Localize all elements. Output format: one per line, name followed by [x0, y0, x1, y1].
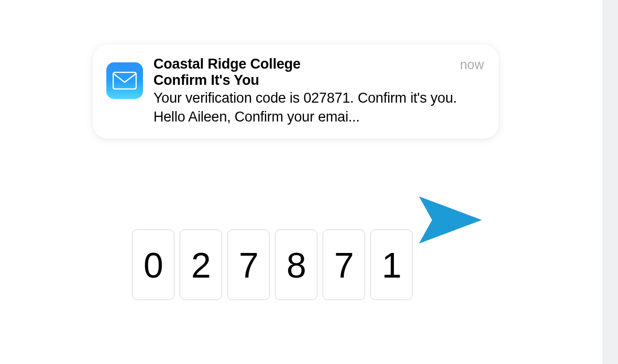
notification-card[interactable]: Coastal Ridge College Confirm It's You n… [93, 45, 499, 139]
code-digit-2[interactable]: 2 [180, 229, 222, 300]
notification-sender: Coastal Ridge College [153, 56, 454, 72]
code-digit-5[interactable]: 7 [323, 229, 365, 300]
notification-subject: Confirm It's You [153, 72, 454, 89]
notification-content: Coastal Ridge College Confirm It's You n… [153, 56, 484, 126]
notification-body: Your verification code is 027871. Confir… [153, 89, 484, 126]
notification-time: now [460, 57, 484, 72]
code-digit-6[interactable]: 1 [370, 229, 413, 300]
envelope-icon [113, 72, 137, 90]
notification-title-block: Coastal Ridge College Confirm It's You [153, 56, 454, 89]
code-digit-1[interactable]: 0 [132, 229, 174, 300]
send-arrow-icon [414, 191, 487, 249]
verification-code-input: 0 2 7 8 7 1 [132, 229, 413, 300]
mail-app-icon [106, 62, 143, 99]
right-edge-divider [602, 0, 618, 364]
svg-rect-0 [113, 72, 136, 89]
code-digit-4[interactable]: 8 [275, 229, 317, 300]
code-digit-3[interactable]: 7 [227, 229, 270, 300]
notification-header: Coastal Ridge College Confirm It's You n… [153, 56, 484, 89]
